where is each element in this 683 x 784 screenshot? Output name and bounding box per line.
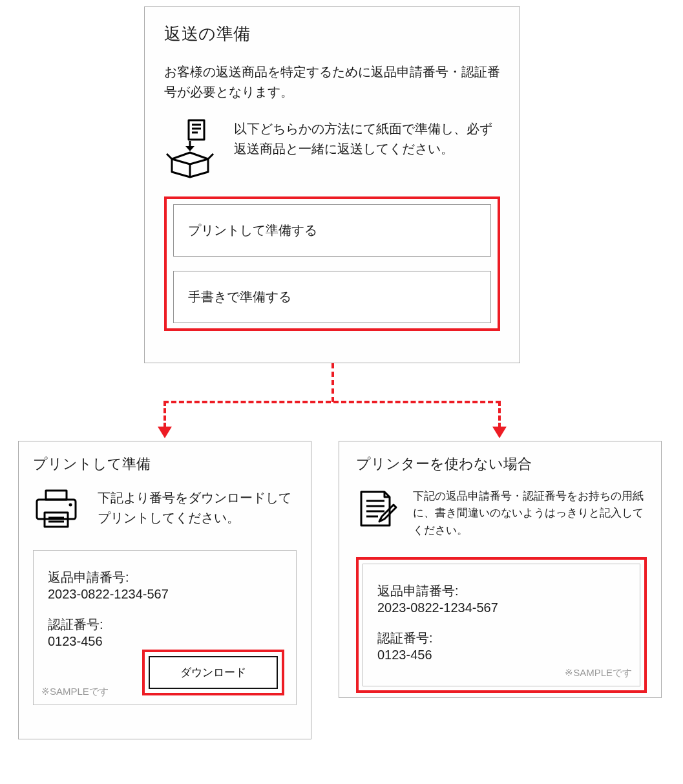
instruction-row: 以下どちらかの方法にて紙面で準備し、必ず返送商品と一緒に返送してください。	[164, 119, 500, 178]
sample-note: ※SAMPLEです	[565, 667, 632, 679]
connector-line	[331, 363, 334, 402]
auth-number-value: 0123-456	[48, 634, 282, 649]
card-print: プリントして準備 下記より番号をダウンロードしてプリントしてください。 返品申請…	[18, 441, 311, 739]
auth-number-label: 認証番号:	[48, 615, 282, 634]
paper-pencil-icon	[356, 488, 399, 529]
svg-rect-5	[37, 500, 76, 519]
option-write-button[interactable]: 手書きで準備する	[173, 271, 491, 323]
box-with-paper-icon	[164, 119, 216, 178]
req-number-value: 2023-0822-1234-567	[48, 587, 282, 602]
svg-point-6	[69, 503, 72, 507]
print-number-frame: 返品申請番号: 2023-0822-1234-567 認証番号: 0123-45…	[33, 550, 297, 705]
title-return-prep: 返送の準備	[164, 23, 500, 45]
arrow-down-icon	[492, 427, 507, 438]
svg-rect-0	[189, 120, 204, 140]
instruction-text: 以下どちらかの方法にて紙面で準備し、必ず返送商品と一緒に返送してください。	[234, 119, 500, 159]
write-desc: 下記の返品申請番号・認証番号をお持ちの用紙に、書き間違いのないようはっきりと記入…	[413, 488, 647, 539]
connector-line	[163, 401, 166, 428]
write-number-frame: 返品申請番号: 2023-0822-1234-567 認証番号: 0123-45…	[363, 564, 640, 686]
auth-number-label: 認証番号:	[377, 628, 625, 648]
req-number-label: 返品申請番号:	[48, 567, 282, 587]
title-no-printer: プリンターを使わない場合	[356, 454, 647, 474]
sample-note: ※SAMPLEです	[41, 686, 109, 698]
option-print-button[interactable]: プリントして準備する	[173, 204, 491, 257]
title-print: プリントして準備	[33, 454, 297, 474]
download-highlight: ダウンロード	[142, 650, 284, 695]
card-no-printer: プリンターを使わない場合 下記の返品申請番号・認証番号をお持ちの用紙に、書き間違…	[339, 441, 662, 698]
download-button[interactable]: ダウンロード	[149, 656, 278, 689]
req-number-label: 返品申請番号:	[377, 581, 625, 600]
connector-line	[163, 401, 501, 403]
svg-rect-4	[46, 491, 67, 500]
print-row: 下記より番号をダウンロードしてプリントしてください。	[33, 488, 297, 529]
card-return-prep: 返送の準備 お客様の返送商品を特定するために返品申請番号・認証番号が必要となりま…	[144, 6, 520, 363]
desc-return-prep: お客様の返送商品を特定するために返品申請番号・認証番号が必要となります。	[164, 62, 500, 102]
connector-line	[498, 401, 501, 428]
req-number-value: 2023-0822-1234-567	[377, 600, 625, 615]
printer-icon	[33, 488, 79, 529]
write-row: 下記の返品申請番号・認証番号をお持ちの用紙に、書き間違いのないようはっきりと記入…	[356, 488, 647, 539]
auth-number-value: 0123-456	[377, 648, 625, 662]
arrow-down-icon	[158, 427, 172, 438]
options-highlight: プリントして準備する 手書きで準備する	[164, 196, 500, 331]
print-desc: 下記より番号をダウンロードしてプリントしてください。	[98, 488, 297, 528]
write-number-highlight: 返品申請番号: 2023-0822-1234-567 認証番号: 0123-45…	[356, 557, 647, 693]
